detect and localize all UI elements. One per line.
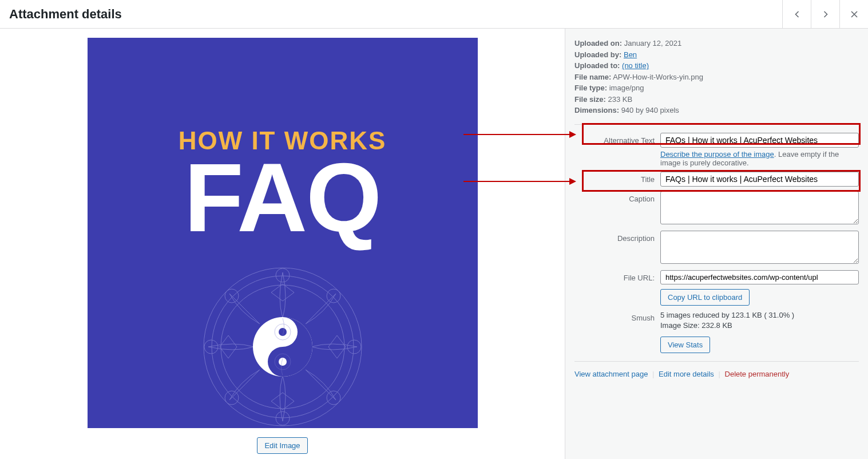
file-url-label: File URL: xyxy=(574,270,660,282)
alt-text-label: Alternative Text xyxy=(574,133,660,145)
divider xyxy=(574,361,859,362)
row-file-url: File URL: Copy URL to clipboard xyxy=(574,270,859,306)
divider xyxy=(574,124,859,125)
file-size-label: File size: xyxy=(574,95,606,104)
annotation-arrow-alt xyxy=(463,134,575,135)
title-input[interactable] xyxy=(660,172,859,187)
file-name-value: APW-How-it-Works-yin.png xyxy=(613,73,703,81)
uploaded-to-label: Uploaded to: xyxy=(574,61,620,70)
caption-textarea[interactable] xyxy=(660,191,859,224)
caption-label: Caption xyxy=(574,191,660,203)
uploaded-on-value: January 12, 2021 xyxy=(624,39,681,48)
mandala-yin-yang-icon xyxy=(200,264,366,428)
modal-header: Attachment details xyxy=(0,0,868,29)
file-size-value: 233 KB xyxy=(608,95,633,104)
close-button[interactable] xyxy=(839,0,868,29)
header-nav xyxy=(782,0,868,28)
dimensions-label: Dimensions: xyxy=(574,106,619,114)
svg-point-6 xyxy=(347,340,361,354)
file-type-label: File type: xyxy=(574,84,607,92)
copy-url-button[interactable]: Copy URL to clipboard xyxy=(660,289,750,306)
preview-image-faq-text: FAQ xyxy=(184,156,381,239)
file-url-input[interactable] xyxy=(660,270,859,284)
title-label: Title xyxy=(574,172,660,184)
attachment-meta: Uploaded on: January 12, 2021 Uploaded b… xyxy=(574,38,859,116)
file-type-value: image/png xyxy=(609,84,644,92)
attachment-preview-image: HOW IT WORKS FAQ xyxy=(88,38,478,428)
dimensions-value: 940 by 940 pixels xyxy=(621,106,679,114)
uploaded-to-link[interactable]: (no title) xyxy=(622,61,649,70)
description-label: Description xyxy=(574,231,660,243)
chevron-left-icon xyxy=(791,9,803,20)
edit-image-button[interactable]: Edit Image xyxy=(257,437,307,454)
edit-more-link[interactable]: Edit more details xyxy=(659,370,714,378)
chevron-right-icon xyxy=(820,9,831,20)
uploaded-by-link[interactable]: Ben xyxy=(624,50,637,59)
delete-permanently-link[interactable]: Delete permanently xyxy=(725,370,790,378)
alt-describe-link[interactable]: Describe the purpose of the image xyxy=(660,150,774,159)
row-caption: Caption xyxy=(574,191,859,226)
annotation-arrow-title xyxy=(463,181,575,182)
row-alt-text: Alternative Text Describe the purpose of… xyxy=(574,133,859,167)
smush-size-text: Image Size: 232.8 KB xyxy=(660,320,859,331)
next-button[interactable] xyxy=(811,0,839,29)
file-name-label: File name: xyxy=(574,73,611,81)
row-description: Description xyxy=(574,231,859,266)
details-panel: Uploaded on: January 12, 2021 Uploaded b… xyxy=(565,29,868,459)
modal-body: HOW IT WORKS FAQ xyxy=(0,29,868,459)
svg-point-4 xyxy=(276,411,290,425)
uploaded-by-label: Uploaded by: xyxy=(574,50,621,59)
smush-reduced-text: 5 images reduced by 123.1 KB ( 31.0% ) xyxy=(660,310,859,320)
modal-title: Attachment details xyxy=(9,7,122,22)
view-attachment-link[interactable]: View attachment page xyxy=(574,370,648,378)
smush-label: Smush xyxy=(574,310,660,322)
uploaded-on-label: Uploaded on: xyxy=(574,39,622,48)
view-stats-button[interactable]: View Stats xyxy=(660,337,710,353)
svg-point-3 xyxy=(276,268,290,282)
alt-text-input[interactable] xyxy=(660,133,859,148)
svg-point-5 xyxy=(204,340,218,354)
preview-panel: HOW IT WORKS FAQ xyxy=(0,29,565,459)
row-smush: Smush 5 images reduced by 123.1 KB ( 31.… xyxy=(574,310,859,353)
attachment-actions: View attachment page | Edit more details… xyxy=(574,370,859,378)
close-icon xyxy=(849,9,860,20)
description-textarea[interactable] xyxy=(660,231,859,264)
row-title: Title xyxy=(574,172,859,187)
attachment-settings: Alternative Text Describe the purpose of… xyxy=(574,133,859,353)
prev-button[interactable] xyxy=(782,0,811,29)
